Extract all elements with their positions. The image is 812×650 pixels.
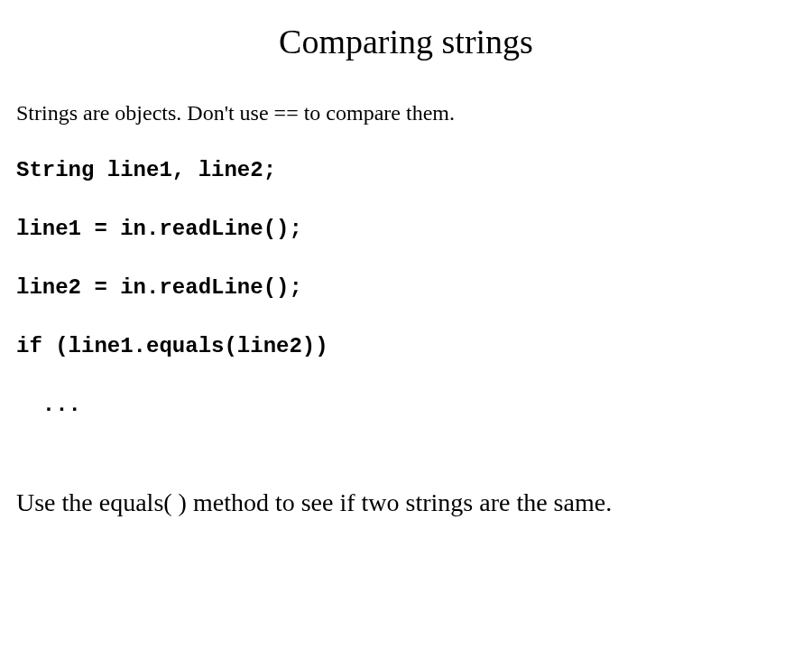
slide-title: Comparing strings [16,22,796,61]
code-line: if (line1.equals(line2)) [16,332,796,361]
code-line: String line1, line2; [16,156,796,185]
code-line: line1 = in.readLine(); [16,215,796,244]
code-line: ... [16,391,796,420]
conclusion-text: Use the equals( ) method to see if two s… [16,488,796,517]
intro-text: Strings are objects. Don't use == to com… [16,101,796,125]
code-block: String line1, line2; line1 = in.readLine… [16,127,796,449]
code-line: line2 = in.readLine(); [16,274,796,302]
